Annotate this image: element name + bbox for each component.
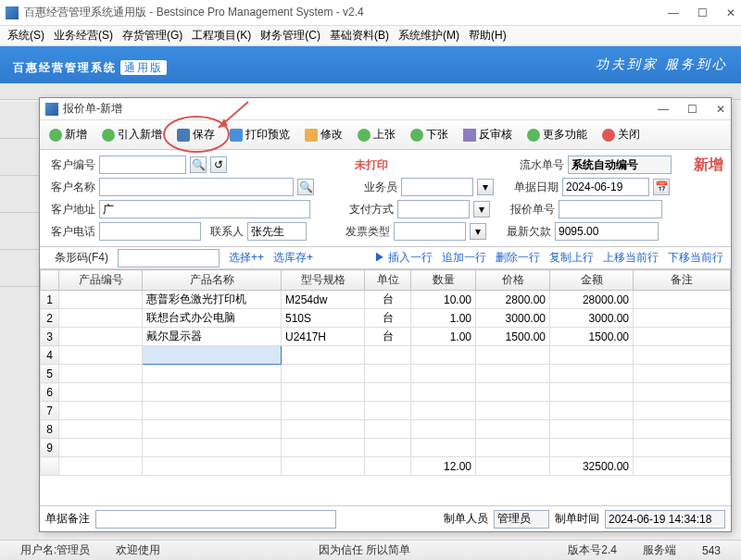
modify-button[interactable]: 修改 <box>299 124 348 145</box>
col-price[interactable]: 价格 <box>476 270 550 291</box>
col-unit[interactable]: 单位 <box>365 270 411 291</box>
dialog-titlebar: 报价单-新增 — ☐ ✕ <box>40 98 731 120</box>
pay-method-label: 支付方式 <box>345 202 394 218</box>
next-button[interactable]: 下张 <box>405 124 454 145</box>
menu-basedata[interactable]: 基础资料(B) <box>326 26 393 45</box>
barcode-input[interactable] <box>118 249 220 268</box>
form-area: 客户编号 🔍 ↺ 未打印 流水单号 新增 客户名称 🔍 业务员 ▾ 单据日期 📅… <box>40 150 731 247</box>
maker-input <box>494 510 549 529</box>
cust-tel-input[interactable] <box>99 222 201 241</box>
dialog-minimize-button[interactable]: — <box>658 103 669 116</box>
dialog-title: 报价单-新增 <box>63 101 658 117</box>
side-button[interactable] <box>0 213 39 250</box>
insert-row-link[interactable]: ▶ 插入一行 <box>374 250 433 266</box>
cust-no-lookup-button[interactable]: 🔍 <box>190 156 207 173</box>
maximize-button[interactable]: ☐ <box>697 6 708 19</box>
main-window-title: 百惠经营管理系统通用版 - Bestsince Pro Management S… <box>24 5 668 20</box>
move-down-link[interactable]: 下移当前行 <box>668 250 723 266</box>
menu-finance[interactable]: 财务管理(C) <box>257 26 324 45</box>
table-row[interactable]: 5 <box>41 365 731 383</box>
menu-system[interactable]: 系统(S) <box>4 26 48 45</box>
move-up-link[interactable]: 上移当前行 <box>603 250 659 266</box>
delete-row-link[interactable]: 删除一行 <box>496 250 540 266</box>
arrow-left-icon <box>358 129 370 142</box>
close-toolbar-button[interactable]: 关闭 <box>597 124 646 145</box>
more-button[interactable]: 更多功能 <box>521 124 593 145</box>
cust-no-input[interactable] <box>99 156 186 174</box>
contact-input[interactable] <box>247 222 307 241</box>
print-preview-button[interactable]: 打印预览 <box>224 124 295 145</box>
menu-maintain[interactable]: 系统维护(M) <box>395 26 463 45</box>
status-trust: 因为信任 所以简单 <box>173 542 555 558</box>
items-grid[interactable]: 产品编号 产品名称 型号规格 单位 数量 价格 金额 备注 1惠普彩色激光打印机… <box>40 269 731 505</box>
quote-dialog: 报价单-新增 — ☐ ✕ 新增 引入新增 保存 打印预览 修改 上张 下张 反审… <box>39 97 732 532</box>
table-row[interactable]: 3戴尔显示器U2417H台1.001500.001500.00 <box>41 328 731 346</box>
col-amount[interactable]: 金额 <box>550 270 634 291</box>
side-toolbar <box>0 102 39 540</box>
table-row[interactable]: 1惠普彩色激光打印机M254dw台10.002800.0028000.00 <box>41 291 731 309</box>
new-button[interactable]: 新增 <box>44 124 93 145</box>
cust-name-input[interactable] <box>99 178 294 196</box>
cust-name-lookup-button[interactable]: 🔍 <box>297 179 314 195</box>
cust-no-clear-button[interactable]: ↺ <box>210 156 227 173</box>
status-user: 用户名:管理员 <box>7 542 103 558</box>
dialog-toolbar: 新增 引入新增 保存 打印预览 修改 上张 下张 反审核 更多功能 关闭 <box>40 120 731 150</box>
dialog-maximize-button[interactable]: ☐ <box>687 103 697 116</box>
select-stock-link[interactable]: 选库存+ <box>273 250 313 266</box>
prev-button[interactable]: 上张 <box>352 124 401 145</box>
cust-addr-input[interactable] <box>99 200 310 218</box>
save-button[interactable]: 保存 <box>171 124 220 145</box>
plus-icon <box>102 129 115 142</box>
menu-inventory[interactable]: 存货管理(G) <box>119 26 186 45</box>
pay-method-input[interactable] <box>397 200 470 218</box>
invoice-type-input[interactable] <box>394 222 466 241</box>
side-button[interactable] <box>0 102 39 139</box>
remark-input[interactable] <box>95 510 336 529</box>
col-name[interactable]: 产品名称 <box>143 270 282 291</box>
menu-project[interactable]: 工程项目(K) <box>188 26 255 45</box>
app-logo-icon <box>6 6 19 19</box>
col-qty[interactable]: 数量 <box>411 270 476 291</box>
status-server: 服务端 <box>630 542 689 558</box>
menu-business[interactable]: 业务经营(S) <box>50 26 117 45</box>
last-arrears-input[interactable] <box>555 222 659 241</box>
status-version: 版本号2.4 <box>555 542 630 558</box>
more-icon <box>527 129 540 142</box>
menu-help[interactable]: 帮助(H) <box>465 26 510 45</box>
append-row-link[interactable]: 追加一行 <box>442 250 486 266</box>
copy-new-button[interactable]: 引入新增 <box>96 124 168 145</box>
last-arrears-label: 最新欠款 <box>503 224 551 240</box>
invoice-type-dropdown-button[interactable]: ▾ <box>470 223 486 240</box>
sales-input[interactable] <box>401 178 473 196</box>
table-row[interactable]: 9 <box>41 439 731 457</box>
select-pp-link[interactable]: 选择++ <box>229 250 264 266</box>
side-button[interactable] <box>0 250 39 287</box>
minimize-button[interactable]: — <box>668 6 679 19</box>
status-welcome: 欢迎使用 <box>103 542 173 558</box>
copy-up-link[interactable]: 复制上行 <box>549 250 594 266</box>
undo-icon <box>463 129 476 142</box>
table-row[interactable]: 8 <box>41 420 731 439</box>
unprinted-status: 未打印 <box>355 157 388 173</box>
bill-date-input[interactable] <box>562 178 649 196</box>
maketime-label: 制单时间 <box>555 511 599 527</box>
table-row[interactable]: 4 <box>41 346 731 365</box>
side-button[interactable] <box>0 176 39 213</box>
cust-tel-label: 客户电话 <box>47 224 95 240</box>
total-amount: 32500.00 <box>550 457 634 476</box>
table-row[interactable]: 2联想台式办公电脑510S台1.003000.003000.00 <box>41 309 731 328</box>
unapprove-button[interactable]: 反审核 <box>458 124 518 145</box>
table-row[interactable]: 6 <box>41 383 731 402</box>
col-code[interactable]: 产品编号 <box>59 270 143 291</box>
date-picker-button[interactable]: 📅 <box>653 179 670 195</box>
col-spec[interactable]: 型号规格 <box>282 270 365 291</box>
quote-no-input[interactable] <box>559 200 662 218</box>
close-button[interactable]: ✕ <box>726 6 735 19</box>
pay-method-dropdown-button[interactable]: ▾ <box>473 201 490 218</box>
sales-dropdown-button[interactable]: ▾ <box>477 179 494 195</box>
col-remark[interactable]: 备注 <box>634 270 731 291</box>
serial-label: 流水单号 <box>516 157 564 173</box>
dialog-close-button[interactable]: ✕ <box>716 103 725 116</box>
side-button[interactable] <box>0 139 39 176</box>
table-row[interactable]: 7 <box>41 402 731 420</box>
